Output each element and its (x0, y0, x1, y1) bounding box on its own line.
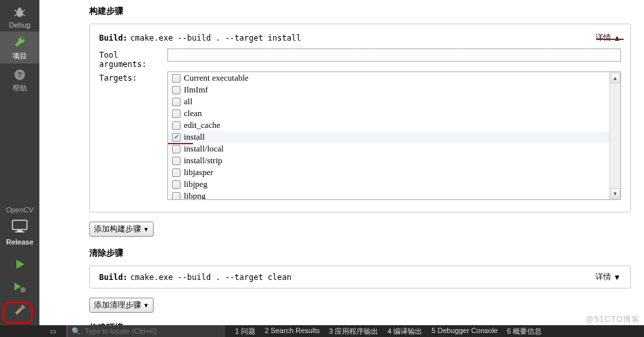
close-sidebar-button[interactable]: ▭ (39, 325, 67, 337)
clean-steps-heading: 清除步骤 (89, 247, 631, 259)
scrollbar[interactable]: ▲ ▼ (609, 72, 620, 199)
target-row[interactable]: clean (168, 108, 609, 119)
build-command: cmake.exe --build . --target install (130, 33, 301, 43)
sidebar-label: 帮助 (12, 83, 27, 93)
target-checkbox[interactable] (172, 157, 181, 165)
svg-point-5 (18, 8, 22, 11)
target-row[interactable]: libjasper (168, 167, 609, 178)
add-build-step-button[interactable]: 添加构建步骤 ▼ (89, 222, 154, 237)
svg-text:?: ? (18, 71, 22, 79)
bug-icon (13, 5, 26, 20)
svg-line-2 (22, 10, 25, 12)
output-tab[interactable]: 1 问题 (235, 327, 255, 336)
target-label: install/local (184, 144, 224, 154)
output-tab[interactable]: 3 应用程序输出 (329, 327, 378, 336)
scroll-down-button[interactable]: ▼ (611, 188, 620, 199)
hammer-icon (12, 304, 27, 317)
svg-line-3 (14, 14, 17, 16)
play-bug-icon (12, 281, 27, 294)
build-steps-heading: 构建步骤 (89, 5, 631, 17)
sidebar-target-selector[interactable] (11, 216, 29, 238)
sidebar: Debug 项目 ? 帮助 OpenCV Release (0, 0, 39, 327)
svg-point-11 (20, 287, 26, 292)
target-checkbox[interactable] (172, 109, 181, 118)
add-clean-step-button[interactable]: 添加清理步骤 ▼ (89, 298, 154, 313)
build-button[interactable] (12, 300, 27, 323)
sidebar-help[interactable]: ? 帮助 (0, 64, 39, 96)
sidebar-label: 项目 (12, 51, 27, 61)
target-checkbox[interactable] (172, 192, 181, 200)
target-checkbox[interactable] (172, 74, 181, 83)
chevron-down-icon: ▼ (143, 226, 149, 233)
sidebar-config-label[interactable]: Release (6, 238, 33, 246)
target-checkbox[interactable] (172, 180, 181, 189)
target-checkbox[interactable] (172, 86, 181, 94)
help-icon: ? (13, 68, 26, 82)
target-label: libjasper (184, 167, 213, 178)
target-checkbox[interactable] (172, 145, 181, 153)
svg-line-4 (22, 14, 25, 16)
build-label: Build: (99, 273, 127, 282)
output-tab[interactable]: 6 概要信息 (507, 327, 542, 336)
target-checkbox[interactable] (172, 98, 181, 106)
locator-search[interactable]: 🔍 (67, 325, 225, 337)
details-toggle[interactable]: 详情 ▼ (595, 271, 621, 283)
sidebar-project[interactable]: 项目 (0, 31, 39, 64)
wrench-icon (13, 35, 26, 50)
output-tab[interactable]: 4 编译输出 (387, 327, 422, 336)
sidebar-kit-label[interactable]: OpenCV (6, 203, 33, 216)
target-label: all (184, 96, 192, 107)
build-step-panel: Build: cmake.exe --build . --target inst… (89, 24, 631, 212)
target-row[interactable]: IlmImf (168, 84, 609, 96)
details-label: 详情 (595, 271, 611, 283)
target-label: Current executable (184, 73, 249, 83)
target-row[interactable]: libjpeg (168, 178, 609, 190)
output-tab[interactable]: 5 Debugger Console (431, 327, 498, 336)
chevron-down-icon: ▼ (613, 273, 621, 282)
search-icon: 🔍 (72, 327, 81, 336)
tool-args-label: Tool arguments: (99, 49, 167, 69)
svg-line-1 (14, 10, 17, 12)
chevron-up-icon: ▲ (613, 33, 621, 43)
tool-args-input[interactable] (167, 49, 621, 62)
status-bar: ▭ 🔍 1 问题2 Search Results3 应用程序输出4 编译输出5 … (0, 325, 644, 337)
svg-rect-8 (12, 220, 27, 229)
target-label: IlmImf (184, 85, 208, 95)
build-label: Build: (99, 33, 127, 43)
svg-rect-10 (15, 231, 24, 233)
details-label: 详情 (595, 32, 611, 43)
run-button[interactable] (13, 254, 26, 277)
annotation-underline (596, 39, 624, 40)
watermark: @51CTO博客 (586, 314, 640, 325)
output-tab[interactable]: 2 Search Results (265, 327, 320, 336)
play-icon (13, 258, 26, 271)
target-label: clean (184, 108, 202, 119)
target-row[interactable]: edit_cache (168, 119, 609, 131)
main-content: 构建步骤 Build: cmake.exe --build . --target… (39, 0, 644, 327)
target-label: libpng (184, 191, 205, 199)
target-label: libjpeg (184, 179, 207, 189)
target-checkbox[interactable] (172, 121, 181, 130)
details-toggle[interactable]: 详情 ▲ (595, 32, 621, 43)
svg-rect-9 (17, 230, 22, 231)
monitor-icon (11, 219, 29, 233)
target-row[interactable]: libpng (168, 190, 609, 199)
debug-run-button[interactable] (12, 277, 27, 300)
clean-step-panel: Build: cmake.exe --build . --target clea… (89, 266, 631, 288)
clean-command: cmake.exe --build . --target clean (130, 273, 291, 282)
target-checkbox[interactable] (172, 168, 181, 177)
locator-input[interactable] (85, 327, 220, 335)
scroll-up-button[interactable]: ▲ (611, 73, 620, 83)
panel-close-icon: ▭ (50, 328, 56, 335)
target-row[interactable]: install (168, 131, 609, 143)
target-label: install/strip (184, 155, 223, 166)
targets-label: Targets: (99, 71, 167, 83)
chevron-down-icon: ▼ (143, 302, 149, 309)
target-label: edit_cache (184, 120, 221, 130)
add-step-label: 添加构建步骤 (94, 224, 141, 235)
target-row[interactable]: all (168, 96, 609, 108)
sidebar-debug[interactable]: Debug (0, 1, 39, 31)
target-row[interactable]: install/strip (168, 155, 609, 167)
target-row[interactable]: install/local (168, 143, 609, 155)
target-row[interactable]: Current executable (168, 72, 609, 84)
